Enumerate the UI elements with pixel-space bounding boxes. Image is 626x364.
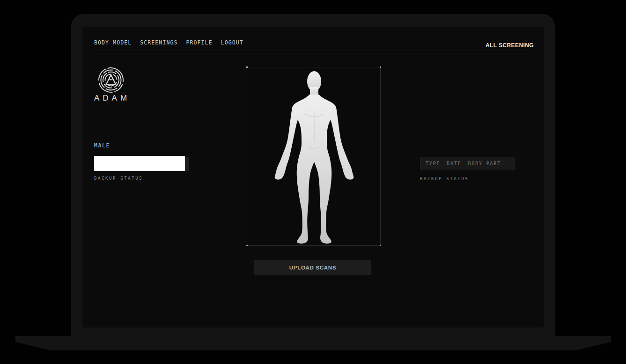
main-nav: BODY MODEL SCREENINGS PROFILE LOGOUT — [94, 39, 243, 46]
adam-logo-icon — [98, 67, 124, 93]
gender-label: MALE — [94, 142, 110, 149]
gender-input-edge — [185, 157, 189, 171]
footer-divider — [94, 295, 534, 295]
backup-status-right: BACKUP STATUS — [420, 176, 469, 181]
backup-status-left: BACKUP STATUS — [94, 176, 143, 181]
gender-input[interactable] — [94, 156, 185, 171]
nav-item-logout[interactable]: LOGOUT — [221, 39, 243, 46]
laptop-base — [15, 336, 611, 350]
column-header-body-part: BODY PART — [468, 161, 501, 166]
nav-item-body-model[interactable]: BODY MODEL — [94, 39, 132, 46]
upload-scans-button[interactable]: UPLOAD SCANS — [254, 260, 371, 275]
app-screen: BODY MODEL SCREENINGS PROFILE LOGOUT ALL… — [82, 27, 544, 328]
gender-input-group — [94, 156, 189, 171]
laptop-mockup: BODY MODEL SCREENINGS PROFILE LOGOUT ALL… — [71, 14, 555, 336]
screenings-table-header: TYPE DATE BODY PART — [420, 157, 515, 170]
body-model-viewport[interactable] — [247, 67, 381, 246]
header-divider — [94, 53, 534, 53]
column-header-date: DATE — [447, 161, 461, 166]
all-screening-link[interactable]: ALL SCREENING — [486, 42, 534, 49]
male-body-figure-icon — [247, 67, 381, 246]
page-background: BODY MODEL SCREENINGS PROFILE LOGOUT ALL… — [0, 0, 626, 364]
brand-wordmark: ADAM — [94, 94, 130, 103]
nav-item-screenings[interactable]: SCREENINGS — [140, 39, 177, 46]
nav-item-profile[interactable]: PROFILE — [186, 39, 213, 46]
column-header-type: TYPE — [426, 161, 440, 166]
